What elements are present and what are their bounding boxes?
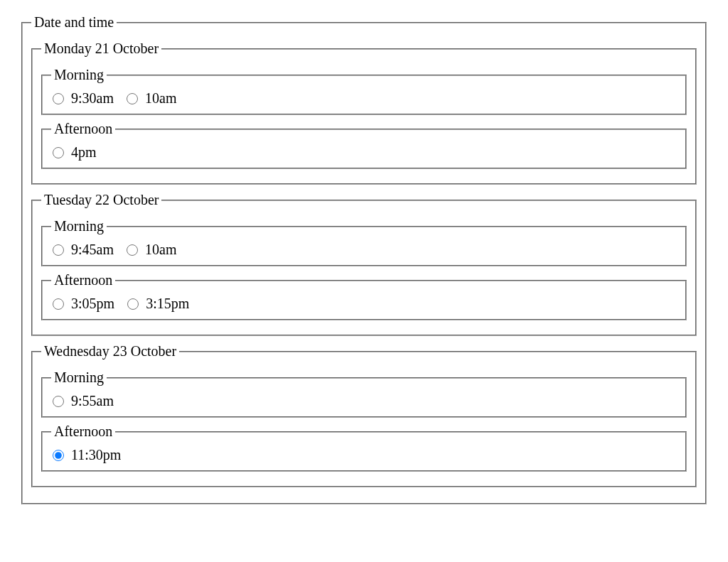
time-slot[interactable]: 4pm xyxy=(53,144,97,161)
period-legend: Afternoon xyxy=(51,272,115,288)
slots-row: 11:30pm xyxy=(51,445,677,463)
period-fieldset-morning: Morning 9:30am 10am xyxy=(41,67,687,115)
period-fieldset-afternoon: Afternoon 3:05pm 3:15pm xyxy=(41,272,687,320)
slots-row: 9:55am xyxy=(51,391,677,409)
day-legend: Tuesday 22 October xyxy=(41,192,161,208)
time-slot-radio[interactable] xyxy=(127,93,138,104)
time-slot[interactable]: 10am xyxy=(127,90,176,107)
date-and-time-fieldset: Date and time Monday 21 October Morning … xyxy=(21,14,707,504)
time-slot-radio[interactable] xyxy=(53,244,64,256)
time-slot[interactable]: 3:05pm xyxy=(53,296,114,312)
time-slot-label: 10am xyxy=(145,90,176,107)
date-and-time-legend: Date and time xyxy=(31,14,117,31)
time-slot-radio[interactable] xyxy=(53,396,64,407)
period-legend: Afternoon xyxy=(51,121,115,137)
period-legend: Afternoon xyxy=(51,423,115,440)
period-fieldset-afternoon: Afternoon 4pm xyxy=(41,121,687,169)
time-slot-label: 9:45am xyxy=(71,242,114,258)
time-slot[interactable]: 10am xyxy=(127,242,176,258)
time-slot-radio[interactable] xyxy=(53,147,64,158)
time-slot-radio[interactable] xyxy=(53,298,64,310)
day-fieldset: Tuesday 22 October Morning 9:45am 10am A… xyxy=(31,192,697,336)
time-slot-label: 3:05pm xyxy=(71,296,114,312)
period-legend: Morning xyxy=(51,369,107,386)
time-slot[interactable]: 3:15pm xyxy=(127,296,189,312)
time-slot[interactable]: 9:55am xyxy=(53,393,114,409)
slots-row: 9:45am 10am xyxy=(51,240,677,258)
slots-row: 3:05pm 3:15pm xyxy=(51,294,677,312)
time-slot[interactable]: 11:30pm xyxy=(53,447,121,463)
time-slot[interactable]: 9:30am xyxy=(53,90,114,107)
slots-row: 9:30am 10am xyxy=(51,89,677,107)
period-legend: Morning xyxy=(51,218,107,234)
time-slot-label: 9:30am xyxy=(71,90,114,107)
time-slot[interactable]: 9:45am xyxy=(53,242,114,258)
time-slot-label: 3:15pm xyxy=(146,296,189,312)
period-fieldset-afternoon: Afternoon 11:30pm xyxy=(41,423,687,472)
time-slot-label: 4pm xyxy=(71,144,97,161)
time-slot-label: 10am xyxy=(145,242,176,258)
day-legend: Monday 21 October xyxy=(41,40,161,57)
time-slot-radio[interactable] xyxy=(127,244,138,256)
period-legend: Morning xyxy=(51,67,107,83)
day-fieldset: Wednesday 23 October Morning 9:55am Afte… xyxy=(31,343,697,487)
time-slot-label: 11:30pm xyxy=(71,447,121,463)
time-slot-radio[interactable] xyxy=(127,298,139,310)
time-slot-radio[interactable] xyxy=(53,93,64,104)
slots-row: 4pm xyxy=(51,143,677,161)
day-fieldset: Monday 21 October Morning 9:30am 10am Af… xyxy=(31,40,697,185)
time-slot-label: 9:55am xyxy=(71,393,114,409)
period-fieldset-morning: Morning 9:55am xyxy=(41,369,687,418)
time-slot-radio[interactable] xyxy=(53,450,64,461)
period-fieldset-morning: Morning 9:45am 10am xyxy=(41,218,687,266)
day-legend: Wednesday 23 October xyxy=(41,343,179,360)
